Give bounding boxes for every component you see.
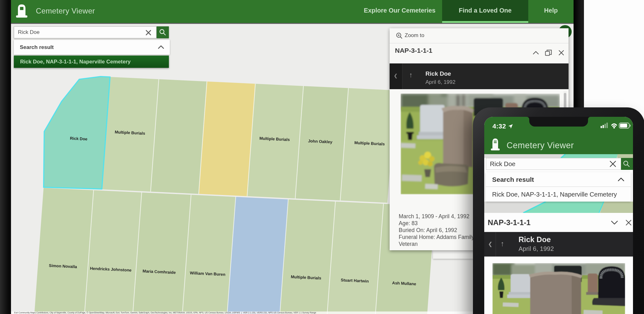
svg-text:Rick Doe: Rick Doe [70,136,87,142]
